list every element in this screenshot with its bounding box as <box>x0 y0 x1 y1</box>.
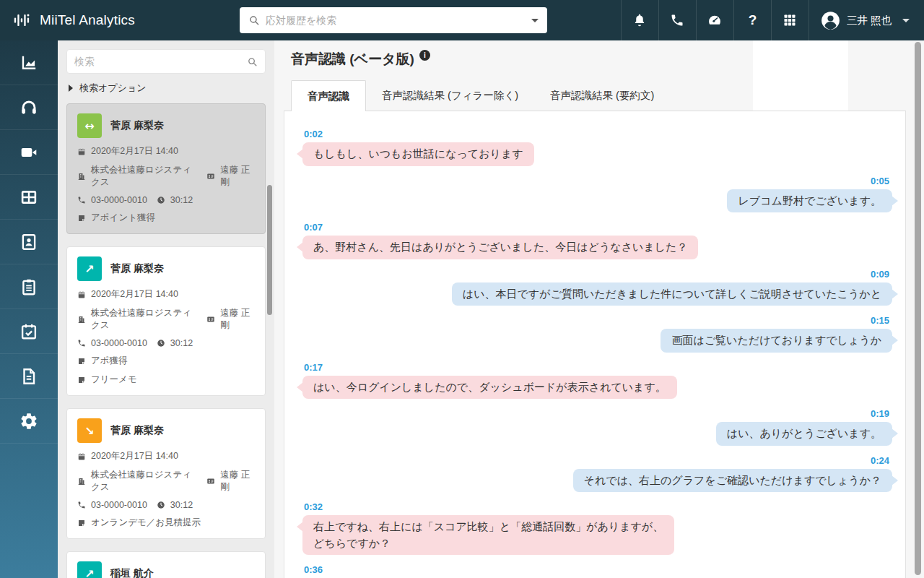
call-memo: アポイント獲得 <box>91 212 155 224</box>
call-card-row: 株式会社遠藤ロジスティクス遠藤 正剛 <box>77 469 255 493</box>
call-card[interactable]: ↗稲垣 航介2020年2月16日 12:00加藤整形外科加藤 さおり03-000… <box>66 551 266 578</box>
call-date: 2020年2月17日 14:40 <box>91 450 178 462</box>
message-timestamp[interactable]: 0:05 <box>871 176 889 186</box>
transcript-panel: 0:02もしもし、いつもお世話になっております0:05レブコム野村でございます。… <box>284 111 906 578</box>
call-direction-transfer-icon: ↔ <box>77 113 102 138</box>
help-icon[interactable]: ? <box>733 0 771 40</box>
message-timestamp[interactable]: 0:09 <box>871 269 889 280</box>
tab-item[interactable]: 音声認識結果 (フィラー除く) <box>366 80 534 111</box>
message-timestamp[interactable]: 0:17 <box>304 362 323 373</box>
sidebar-item-calendar-check[interactable] <box>0 309 58 354</box>
chevron-right-icon <box>69 85 73 92</box>
history-search-input[interactable] <box>266 14 531 26</box>
call-phone: 03-0000-0010 <box>91 338 147 348</box>
sidebar-item-address-book[interactable] <box>0 220 58 264</box>
call-card-row: 株式会社遠藤ロジスティクス遠藤 正剛 <box>77 307 255 332</box>
phone-icon <box>77 196 86 204</box>
sidebar-item-settings-gear[interactable] <box>0 399 58 444</box>
id-card-icon <box>206 172 215 181</box>
sidebar-item-document[interactable] <box>0 354 58 399</box>
call-card-list: ↔菅原 麻梨奈2020年2月17日 14:40株式会社遠藤ロジスティクス遠藤 正… <box>66 103 266 578</box>
call-phone: 03-0000-0010 <box>91 195 147 205</box>
message-bubble: 右上ですね、右上には「スコア比較」と「総通話回数」がありますが、 どちらですか？ <box>302 515 674 555</box>
call-list-panel: 検索オプション ↔菅原 麻梨奈2020年2月17日 14:40株式会社遠藤ロジス… <box>58 40 274 578</box>
navbar-actions: ?三井 照也 <box>621 0 924 40</box>
call-card-row: アポ獲得 <box>77 355 255 367</box>
history-search-box[interactable] <box>240 7 547 33</box>
message-timestamp[interactable]: 0:36 <box>304 564 323 575</box>
avatar <box>821 11 840 30</box>
memo-icon <box>77 376 86 384</box>
message-bubble: もしもし、いつもお世話になっております <box>302 142 534 166</box>
sidebar-item-table[interactable] <box>0 175 58 220</box>
message: 0:19はい、ありがとうございます。 <box>302 408 892 446</box>
call-card[interactable]: ↗菅原 麻梨奈2020年2月17日 14:40株式会社遠藤ロジスティクス遠藤 正… <box>66 246 266 396</box>
phone-icon[interactable] <box>658 0 696 40</box>
call-card-row: 03-0000-001030:12 <box>77 500 255 510</box>
main-scrollbar-thumb[interactable] <box>915 42 921 575</box>
call-date: 2020年2月17日 14:40 <box>91 145 178 158</box>
sidebar-item-video-camera[interactable] <box>0 130 58 175</box>
call-card-row: 株式会社遠藤ロジスティクス遠藤 正剛 <box>77 164 255 189</box>
tab-active[interactable]: 音声認識 <box>291 80 366 111</box>
message-timestamp[interactable]: 0:24 <box>871 455 889 466</box>
call-card-row: 2020年2月17日 14:40 <box>77 145 255 158</box>
area-chart-icon <box>19 53 38 72</box>
memo-icon <box>77 519 86 527</box>
icon-sidebar <box>0 40 58 578</box>
search-options-toggle[interactable]: 検索オプション <box>69 82 266 95</box>
info-icon[interactable]: i <box>419 50 430 61</box>
message-bubble: はい、ありがとうございます。 <box>716 422 892 446</box>
sidebar-item-area-chart[interactable] <box>0 40 58 85</box>
call-card[interactable]: ↔菅原 麻梨奈2020年2月17日 14:40株式会社遠藤ロジスティクス遠藤 正… <box>66 103 266 234</box>
list-search-box[interactable] <box>66 49 266 74</box>
call-company: 株式会社遠藤ロジスティクス <box>91 164 197 189</box>
table-icon <box>19 188 38 207</box>
message-list: 0:02もしもし、いつもお世話になっております0:05レブコム野村でございます。… <box>302 129 892 578</box>
list-scrollbar-thumb[interactable] <box>267 185 272 315</box>
address-book-icon <box>19 233 38 251</box>
call-card-header: ↗菅原 麻梨奈 <box>77 256 255 281</box>
building-icon <box>77 315 86 324</box>
message-bubble: あ、野村さん、先日はありがとうございました、今日はどうなさいました？ <box>302 236 698 259</box>
building-icon <box>77 477 86 486</box>
call-memo: アポ獲得 <box>91 355 128 367</box>
message-timestamp[interactable]: 0:32 <box>304 501 323 512</box>
dashboard-gauge-icon[interactable] <box>696 0 733 40</box>
search-dropdown-caret-icon[interactable] <box>531 19 539 22</box>
calendar-icon <box>77 290 86 299</box>
call-memo: オンランデモ／お見積提示 <box>91 517 201 529</box>
brand[interactable]: MiiTel Analytics <box>0 11 225 30</box>
sidebar-item-headphones[interactable] <box>0 85 58 130</box>
message-bubble: はい、今ログインしましたので、ダッシュボードが表示されています。 <box>302 376 677 400</box>
message-timestamp[interactable]: 0:07 <box>304 222 323 233</box>
brand-title: MiiTel Analytics <box>40 12 135 28</box>
list-search-input[interactable] <box>74 56 247 67</box>
user-menu[interactable]: 三井 照也 <box>808 0 924 40</box>
message-timestamp[interactable]: 0:19 <box>871 408 889 419</box>
calendar-icon <box>77 452 86 461</box>
clock-icon <box>157 501 165 509</box>
call-card[interactable]: ↘菅原 麻梨奈2020年2月17日 14:40株式会社遠藤ロジスティクス遠藤 正… <box>66 408 266 539</box>
apps-grid-icon[interactable] <box>771 0 808 40</box>
call-card-row: アポイント獲得 <box>77 212 255 224</box>
tab-item[interactable]: 音声認識結果 (要約文) <box>534 80 670 111</box>
call-card-row: 03-0000-001030:12 <box>77 195 255 205</box>
message-bubble: それでは、右上のグラフをご確認いただけますでしょうか？ <box>573 469 892 493</box>
bell-icon[interactable] <box>621 0 658 40</box>
call-memo: フリーメモ <box>91 374 137 386</box>
search-options-label: 検索オプション <box>79 82 147 95</box>
page-title: 音声認識 (ベータ版)i <box>291 50 430 69</box>
message-timestamp[interactable]: 0:02 <box>304 129 323 139</box>
message-bubble: 画面はご覧いただけておりますでしょうか <box>661 329 892 353</box>
memo-icon <box>77 214 86 223</box>
call-duration: 30:12 <box>170 338 193 348</box>
message-timestamp[interactable]: 0:15 <box>871 315 889 326</box>
clipboard-icon <box>19 277 38 296</box>
message: 0:17はい、今ログインしましたので、ダッシュボードが表示されています。 <box>302 362 892 400</box>
chevron-down-icon <box>902 19 910 22</box>
message-bubble: レブコム野村でございます。 <box>727 189 892 213</box>
message: 0:32右上ですね、右上には「スコア比較」と「総通話回数」がありますが、 どちら… <box>302 501 892 555</box>
sidebar-item-clipboard[interactable] <box>0 264 58 309</box>
message: 0:15画面はご覧いただけておりますでしょうか <box>302 315 892 353</box>
